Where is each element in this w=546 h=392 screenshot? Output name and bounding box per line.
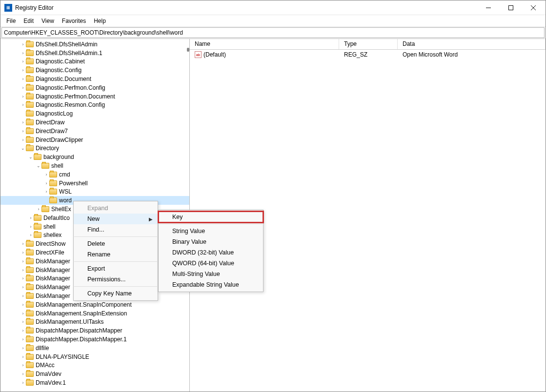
folder-icon (26, 258, 34, 264)
tree-item[interactable]: ›Powershell (0, 179, 189, 188)
expand-icon[interactable]: › (20, 77, 26, 81)
expand-icon[interactable]: › (20, 319, 26, 324)
expand-icon[interactable]: › (20, 120, 26, 125)
tree-item[interactable]: ›Diagnostic.Perfmon.Document (0, 92, 189, 101)
expand-icon[interactable]: › (20, 42, 26, 47)
expand-icon[interactable]: › (20, 68, 26, 73)
expand-icon[interactable]: › (43, 172, 49, 177)
ctx-export[interactable]: Export (74, 263, 158, 274)
ctx-copy-key-name[interactable]: Copy Key Name (74, 288, 158, 299)
expand-icon[interactable]: › (20, 85, 26, 90)
expand-icon[interactable]: › (20, 51, 26, 56)
tree-item[interactable]: ›Diagnostic.Perfmon.Config (0, 83, 189, 92)
expand-icon[interactable]: › (20, 311, 26, 316)
sub-binary[interactable]: Binary Value (159, 236, 263, 247)
collapse-icon[interactable]: ⌄ (36, 163, 41, 168)
ctx-permissions[interactable]: Permissions... (74, 274, 158, 285)
expand-icon[interactable]: › (20, 59, 26, 64)
collapse-icon[interactable]: ⌄ (20, 146, 26, 151)
splitter-handle[interactable] (187, 48, 189, 52)
menu-favorites[interactable]: Favorites (58, 17, 90, 25)
collapse-icon[interactable]: ⌄ (28, 155, 34, 159)
expand-icon[interactable]: › (28, 216, 34, 220)
expand-icon[interactable]: › (36, 207, 41, 212)
ctx-new[interactable]: New▶ (74, 214, 158, 224)
tree-item[interactable]: ›DiskManagement.SnapInExtension (0, 309, 189, 318)
sub-qword[interactable]: QWORD (64-bit) Value (159, 258, 263, 269)
expand-icon[interactable]: › (20, 363, 26, 368)
expand-icon[interactable]: › (20, 94, 26, 99)
sub-dword[interactable]: DWORD (32-bit) Value (159, 247, 263, 258)
expand-icon[interactable]: › (20, 129, 26, 134)
minimize-button[interactable] (477, 0, 500, 15)
menu-help[interactable]: Help (90, 17, 110, 25)
ctx-rename[interactable]: Rename (74, 249, 158, 260)
expand-icon[interactable]: › (28, 233, 34, 237)
expand-icon[interactable]: › (43, 181, 49, 186)
tree-item[interactable]: DiagnosticLog (0, 109, 189, 118)
expand-icon[interactable]: › (20, 302, 26, 307)
ctx-find[interactable]: Find... (74, 224, 158, 235)
expand-icon[interactable]: › (20, 294, 26, 298)
tree-item[interactable]: ›DirectDraw (0, 118, 189, 127)
tree-item[interactable]: ›cmd (0, 170, 189, 179)
expand-icon[interactable]: › (20, 259, 26, 264)
tree-item[interactable]: ›DispatchMapper.DispatchMapper.1 (0, 335, 189, 344)
menu-file[interactable]: File (2, 17, 20, 25)
tree-item[interactable]: ⌄Directory (0, 144, 189, 153)
expand-icon[interactable]: › (20, 337, 26, 342)
tree-item[interactable]: ›DLNA-PLAYSINGLE (0, 353, 189, 361)
col-data[interactable]: Data (398, 39, 546, 49)
address-bar[interactable]: Computer\HKEY_CLASSES_ROOT\Directory\bac… (1, 27, 545, 38)
tree-item[interactable]: ›DiskManagement.UITasks (0, 318, 189, 327)
maximize-button[interactable] (500, 0, 522, 15)
tree-item[interactable]: ›DmaVdev.1 (0, 378, 189, 387)
menubar: File Edit View Favorites Help (0, 15, 546, 27)
tree-item-label: Diagnostic.Cabinet (36, 58, 85, 65)
tree-item[interactable]: ›Diagnostic.Resmon.Config (0, 101, 189, 110)
tree-item[interactable]: ⌄background (0, 153, 189, 161)
tree-item-label: DirectShow (36, 240, 65, 247)
expand-icon[interactable]: › (20, 241, 26, 246)
col-name[interactable]: Name (190, 39, 339, 49)
expand-icon[interactable]: › (20, 102, 26, 107)
sub-expand[interactable]: Expandable String Value (159, 279, 263, 290)
folder-icon (49, 189, 57, 195)
expand-icon[interactable]: › (20, 276, 26, 281)
tree-item[interactable]: ›DirectDrawClipper (0, 136, 189, 144)
tree-item[interactable]: ›DfsShell.DfsShellAdmin.1 (0, 49, 189, 58)
tree-item[interactable]: ›DmaVdev (0, 370, 189, 378)
col-type[interactable]: Type (339, 39, 398, 49)
sub-key[interactable]: Key (159, 212, 263, 222)
expand-icon[interactable]: › (20, 268, 26, 273)
close-button[interactable] (522, 0, 545, 15)
expand-icon[interactable]: › (20, 380, 26, 385)
expand-icon[interactable]: › (20, 354, 26, 359)
tree-item[interactable]: ›Diagnostic.Document (0, 75, 189, 83)
tree-item[interactable]: ⌄shell (0, 161, 189, 170)
tree-item[interactable]: ›DMAcc (0, 361, 189, 370)
value-row[interactable]: ab (Default) REG_SZ Open Microsoft Word (190, 50, 546, 59)
menu-view[interactable]: View (38, 17, 58, 25)
expand-icon[interactable]: › (20, 137, 26, 142)
tree-item[interactable]: ›WSL (0, 188, 189, 196)
sub-multi[interactable]: Multi-String Value (159, 269, 263, 279)
expand-icon[interactable]: › (20, 372, 26, 376)
ctx-delete[interactable]: Delete (74, 238, 158, 249)
expand-icon[interactable]: › (20, 328, 26, 333)
expand-icon[interactable]: › (43, 189, 49, 194)
tree-item[interactable]: ›dllfile (0, 344, 189, 353)
tree-item-label: shell (43, 223, 56, 230)
sub-string[interactable]: String Value (159, 226, 263, 236)
tree-item[interactable]: ›DfsShell.DfsShellAdmin (0, 40, 189, 49)
tree-item[interactable]: ›Diagnostic.Cabinet (0, 58, 189, 66)
expand-icon[interactable]: › (20, 250, 26, 255)
expand-icon[interactable]: › (20, 285, 26, 290)
tree-item[interactable]: ›Diagnostic.Config (0, 66, 189, 75)
expand-icon[interactable]: › (20, 346, 26, 351)
tree-item[interactable]: ›DispatchMapper.DispatchMapper (0, 326, 189, 335)
tree-item[interactable]: ›DiskManagement.SnapInComponent (0, 300, 189, 309)
expand-icon[interactable]: › (28, 224, 34, 229)
tree-item[interactable]: ›DirectDraw7 (0, 127, 189, 136)
menu-edit[interactable]: Edit (20, 17, 38, 25)
